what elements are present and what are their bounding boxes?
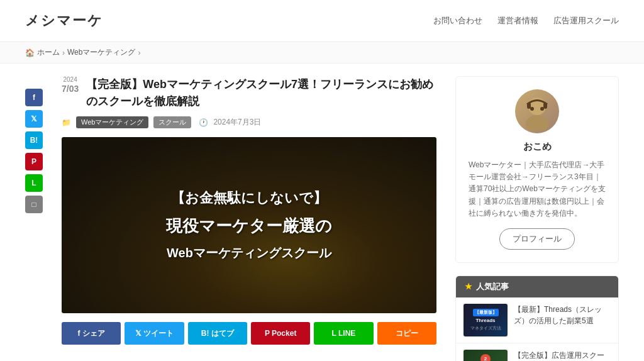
- breadcrumb-home[interactable]: ホーム: [37, 47, 60, 58]
- popular-header-label: 人気記事: [476, 281, 509, 292]
- share-line-button[interactable]: L LINE: [314, 322, 373, 345]
- share-copy-button[interactable]: コピー: [377, 322, 436, 345]
- profile-card: おこめ Webマーケター｜大手広告代理店→大手モール運営会社→フリーランス3年目…: [455, 76, 619, 263]
- popular-item-1[interactable]: 【最新版】 Threads マネタイズ方法 【最新】Threads（スレッズ）の…: [456, 297, 618, 343]
- share-hatena-button[interactable]: B! はてブ: [188, 322, 247, 345]
- thumb-badge-1: 【最新版】: [473, 309, 499, 316]
- article-featured-image: 【お金無駄にしないで】 現役マーケター厳選の Webマーケティングスクール: [62, 137, 436, 313]
- breadcrumb-category[interactable]: Webマーケティング: [67, 47, 135, 58]
- site-title: メシマーケ: [25, 11, 103, 30]
- clock-icon: 🕐: [199, 118, 208, 127]
- article-title: 【完全版】Webマーケティングスクール7選！フリーランスにお勧めのスクールを徹底…: [86, 76, 436, 110]
- social-line-button[interactable]: L: [25, 174, 43, 192]
- thumb-rank-2: 2: [480, 354, 491, 361]
- nav-school[interactable]: 広告運用スクール: [553, 15, 619, 26]
- breadcrumb: 🏠 ホーム › Webマーケティング ›: [0, 42, 644, 64]
- profile-name: おこめ: [469, 141, 606, 153]
- article-date: 2024 7/03: [62, 76, 79, 94]
- popular-item-2[interactable]: 2 広告運用に強いお勧めスクール 6選 【完全版】広告運用スクール6選！現役We…: [456, 343, 618, 361]
- category-icon: 📁: [62, 118, 71, 127]
- header-nav: お問い合わせ 運営者情報 広告運用スクール: [433, 15, 619, 26]
- svg-point-5: [540, 107, 544, 111]
- profile-avatar: [515, 89, 559, 133]
- nav-contact[interactable]: お問い合わせ: [433, 15, 482, 26]
- article-day: 7/03: [62, 84, 79, 94]
- svg-point-4: [530, 107, 534, 111]
- tag-webmarketing[interactable]: Webマーケティング: [76, 116, 148, 128]
- popular-posts-section: ★ 人気記事 【最新版】 Threads マネタイズ方法 【最新】Threads…: [455, 275, 619, 361]
- image-line3: Webマーケティングスクール: [166, 245, 332, 262]
- thumb-title-1: Threads: [475, 318, 495, 324]
- thumb-subtitle-1: マネタイズ方法: [470, 325, 501, 331]
- image-line1: 【お金無駄にしないで】: [166, 189, 332, 208]
- social-twitter-button[interactable]: 𝕏: [25, 110, 43, 128]
- share-buttons-row: f シェア 𝕏 ツイート B! はてブ P Pocket L LINE コピー: [62, 322, 436, 345]
- social-sidebar: f 𝕏 B! P L □: [25, 76, 43, 361]
- star-icon: ★: [465, 282, 472, 291]
- popular-text-1: 【最新】Threads（スレッズ）の活用した副業5選: [514, 304, 611, 326]
- svg-point-1: [526, 115, 548, 130]
- tag-school[interactable]: スクール: [153, 116, 191, 128]
- popular-thumb-2: 2 広告運用に強いお勧めスクール 6選: [464, 350, 508, 361]
- sidebar: おこめ Webマーケター｜大手広告代理店→大手モール運営会社→フリーランス3年目…: [455, 76, 619, 361]
- breadcrumb-sep2: ›: [138, 48, 140, 57]
- social-copy-button[interactable]: □: [25, 196, 43, 213]
- site-header: メシマーケ お問い合わせ 運営者情報 広告運用スクール: [0, 0, 644, 42]
- tags-row: 📁 Webマーケティング スクール 🕐 2024年7月3日: [62, 116, 436, 128]
- article-year: 2024: [62, 76, 79, 84]
- popular-thumb-1: 【最新版】 Threads マネタイズ方法: [464, 304, 508, 336]
- social-pocket-button[interactable]: P: [25, 153, 43, 170]
- main-layout: f 𝕏 B! P L □ 2024 7/03 【完全版】Webマーケティングスク…: [0, 64, 644, 361]
- breadcrumb-sep1: ›: [62, 48, 65, 57]
- article-area: 2024 7/03 【完全版】Webマーケティングスクール7選！フリーランスにお…: [62, 76, 436, 361]
- social-facebook-button[interactable]: f: [25, 89, 43, 106]
- popular-text-2: 【完全版】広告運用スクール6選！現役Web広告運用者が厳選した広告運用スクールを…: [514, 350, 611, 361]
- profile-button[interactable]: プロフィール: [499, 228, 575, 250]
- nav-operator[interactable]: 運営者情報: [497, 15, 538, 26]
- popular-posts-header: ★ 人気記事: [456, 276, 618, 297]
- article-published-date: 2024年7月3日: [213, 117, 261, 128]
- image-text: 【お金無駄にしないで】 現役マーケター厳選の Webマーケティングスクール: [166, 189, 332, 262]
- social-hatena-button[interactable]: B!: [25, 131, 43, 149]
- article-meta: 2024 7/03 【完全版】Webマーケティングスクール7選！フリーランスにお…: [62, 76, 436, 110]
- profile-bio: Webマーケター｜大手広告代理店→大手モール運営会社→フリーランス3年目｜通算7…: [469, 159, 606, 219]
- share-facebook-button[interactable]: f シェア: [62, 322, 121, 345]
- share-pocket-button[interactable]: P Pocket: [251, 322, 310, 345]
- share-twitter-button[interactable]: 𝕏 ツイート: [125, 322, 184, 345]
- image-line2: 現役マーケター厳選の: [166, 215, 332, 237]
- breadcrumb-home-icon: 🏠: [25, 48, 35, 57]
